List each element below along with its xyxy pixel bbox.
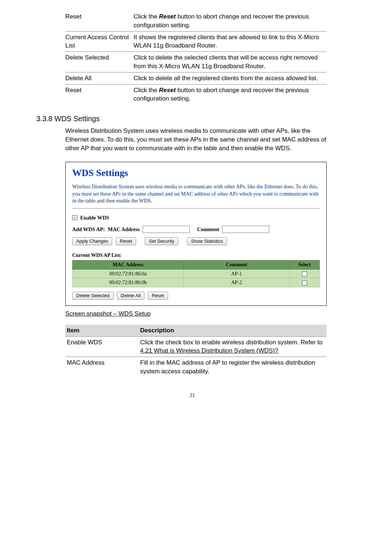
mac-address-input[interactable] xyxy=(143,226,190,233)
table-row: 00:02:72:81:86:0b AP-2 xyxy=(73,278,320,287)
comment-input[interactable] xyxy=(222,226,269,233)
mac-address-label: MAC Address xyxy=(108,226,140,233)
set-security-button[interactable]: Set Security xyxy=(145,237,178,245)
add-wds-ap-label: Add WDS AP: xyxy=(72,226,105,233)
reset-button[interactable]: Reset xyxy=(116,237,136,245)
show-statistics-button[interactable]: Show Statistics xyxy=(187,237,227,245)
enable-wds-label: Enable WDS xyxy=(80,214,109,221)
term-reset2: Reset xyxy=(65,84,134,104)
desc-enable-wds: Click the check box to enable wireless d… xyxy=(139,336,327,357)
wds-item-description-table: Item Description Enable WDS Click the ch… xyxy=(65,325,327,377)
wds-ap-list-title: Current WDS AP List: xyxy=(72,252,320,259)
access-control-definitions: Reset Click the Reset button to abort ch… xyxy=(65,11,327,104)
ap-row-mac: 00:02:72:81:86:0a xyxy=(73,269,184,278)
wds-title: WDS Settings xyxy=(72,167,320,180)
ap-row-comment: AP-1 xyxy=(184,269,290,278)
ap-row-select-checkbox[interactable] xyxy=(302,280,307,286)
page-number: 21 xyxy=(36,392,348,399)
ap-row-comment: AP-2 xyxy=(184,278,290,287)
ap-list-header-comment: Comment xyxy=(184,260,290,270)
desc-reset: Click the Reset button to abort change a… xyxy=(134,11,327,31)
desc-mac-address: Fill in the MAC address of AP to registe… xyxy=(139,357,327,377)
delete-all-button[interactable]: Delete All xyxy=(117,292,145,300)
wds-settings-panel: WDS Settings Wireless Distribution Syste… xyxy=(65,162,327,306)
table-row: 00:02:72:81:86:0a AP-1 xyxy=(73,269,320,278)
enable-wds-checkbox[interactable] xyxy=(72,215,77,220)
reset-list-button[interactable]: Reset xyxy=(148,292,168,300)
delete-selected-button[interactable]: Delete Selected xyxy=(72,292,114,300)
wds-ap-list-table: MAC Address Comment Select 00:02:72:81:8… xyxy=(72,260,320,287)
section-body: Wireless Distribution System uses wirele… xyxy=(65,127,327,152)
term-reset: Reset xyxy=(65,11,134,31)
ap-list-header-mac: MAC Address xyxy=(73,260,184,270)
screenshot-caption: Screen snapshot – WDS Setup xyxy=(65,309,348,318)
item-mac-address: MAC Address xyxy=(65,357,139,377)
header-item: Item xyxy=(65,325,139,336)
desc-delete-all: Click to delete all the registered clien… xyxy=(134,72,327,84)
term-current-access: Current Access Control List xyxy=(65,31,134,52)
link-wds-faq[interactable]: 4.21 What is Wireless Distribution Syste… xyxy=(140,347,278,354)
ap-list-header-select: Select xyxy=(290,260,320,270)
desc-reset2: Click the Reset button to abort change a… xyxy=(134,84,327,104)
section-heading: 3.3.8 WDS Settings xyxy=(36,114,348,124)
term-delete-all: Delete All xyxy=(65,72,134,84)
wds-intro: Wireless Distribution System uses wirele… xyxy=(72,183,320,209)
item-enable-wds: Enable WDS xyxy=(65,336,139,357)
term-delete-selected: Delete Selected xyxy=(65,52,134,73)
desc-current-access: It shows the registered clients that are… xyxy=(134,31,327,52)
ap-row-mac: 00:02:72:81:86:0b xyxy=(73,278,184,287)
apply-changes-button[interactable]: Apply Changes xyxy=(72,237,112,245)
header-description: Description xyxy=(139,325,327,336)
ap-row-select-checkbox[interactable] xyxy=(302,271,307,276)
desc-delete-selected: Click to delete the selected clients tha… xyxy=(134,52,327,73)
comment-label: Comment xyxy=(197,226,219,233)
